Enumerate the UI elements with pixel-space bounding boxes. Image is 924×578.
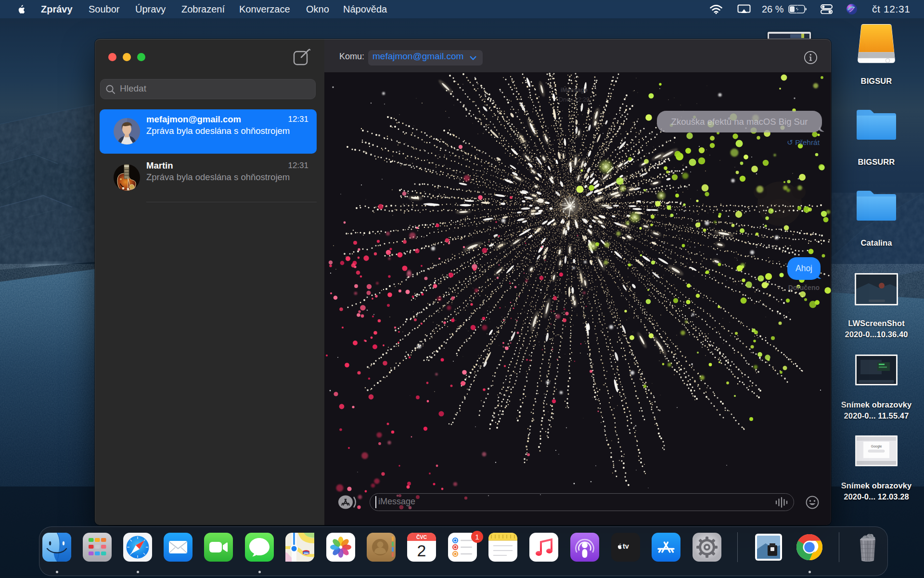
svg-text:tv: tv xyxy=(623,542,629,550)
svg-text:2: 2 xyxy=(417,541,426,560)
svg-text:Google: Google xyxy=(871,445,882,448)
svg-text:ČVC: ČVC xyxy=(416,534,427,540)
svg-text:280: 280 xyxy=(304,552,309,555)
